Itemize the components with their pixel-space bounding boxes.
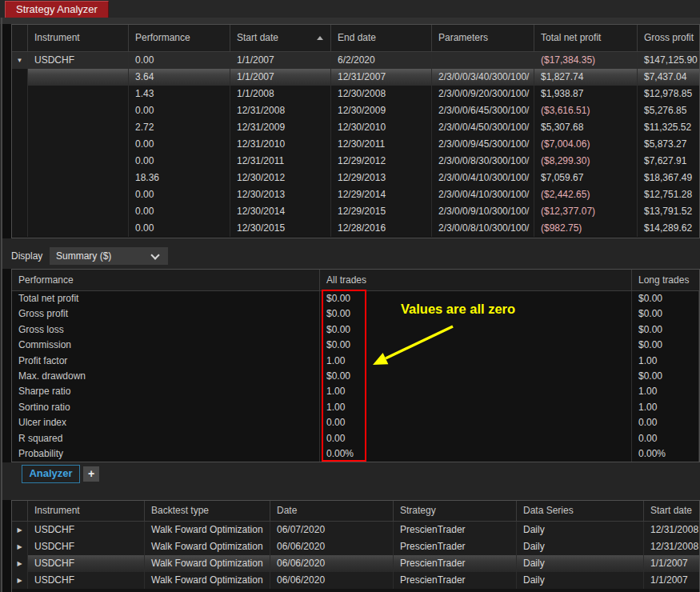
table-row[interactable]: 0.00 12/30/2013 12/29/2014 2/3/0/0/4/10/… xyxy=(12,186,699,203)
summary-row[interactable]: R squared 0.00 0.00 xyxy=(12,431,699,446)
cell-all-trades-value: $0.00 xyxy=(320,322,632,338)
row-expander-icon[interactable] xyxy=(12,203,28,220)
summary-row[interactable]: Gross loss $0.00 $0.00 xyxy=(12,322,699,338)
row-expander-icon[interactable] xyxy=(12,220,28,237)
table-row[interactable]: 2.72 12/31/2009 12/30/2010 2/3/0/0/4/50/… xyxy=(12,119,699,136)
column-header-instrument[interactable]: Instrument xyxy=(28,501,145,521)
row-expander-icon[interactable] xyxy=(12,170,28,186)
row-expander-icon[interactable]: ▶ xyxy=(12,538,28,555)
column-header-strategy[interactable]: Strategy xyxy=(394,501,517,521)
row-expander-icon[interactable] xyxy=(12,186,28,203)
table-row[interactable]: 1.43 1/1/2008 12/30/2008 2/3/0/0/9/20/30… xyxy=(12,86,699,102)
backtests-table: Instrument Backtest type Date Strategy D… xyxy=(11,500,700,592)
row-expander-icon[interactable]: ▶ xyxy=(12,555,28,572)
cell-performance: 1.43 xyxy=(129,86,230,102)
column-header-parameters[interactable]: Parameters xyxy=(432,25,534,51)
cell-gross-profit: $5,873.27 xyxy=(638,136,699,153)
cell-gross-profit: $5,276.85 xyxy=(638,102,699,119)
cell-date: 06/06/2020 xyxy=(270,572,394,589)
table-row[interactable]: 0.00 12/31/2011 12/29/2012 2/3/0/0/8/30/… xyxy=(12,153,699,170)
expander-column-header xyxy=(12,25,28,51)
backtest-row[interactable]: ▶ USDCHF Walk Foward Optimization 06/06/… xyxy=(12,555,699,572)
row-expander-icon[interactable] xyxy=(12,86,28,102)
cell-long-trades-value: 0.00 xyxy=(632,415,699,430)
row-expander-icon[interactable]: ▼ xyxy=(12,52,28,69)
cell-start-date: 12/30/2013 xyxy=(230,186,331,203)
cell-start-date: 12/31/2011 xyxy=(230,153,331,170)
column-header-end-date[interactable]: End date xyxy=(331,25,432,51)
cell-performance: 0.00 xyxy=(129,102,230,119)
window-title-tab[interactable]: Strategy Analyzer xyxy=(5,1,109,18)
column-header-instrument[interactable]: Instrument xyxy=(28,25,129,51)
row-expander-icon[interactable] xyxy=(12,69,28,86)
column-header-total-net-profit[interactable]: Total net profit xyxy=(534,25,638,51)
cell-metric-name: Commission xyxy=(12,338,320,353)
row-expander-icon[interactable]: ▶ xyxy=(12,522,28,538)
table-row[interactable]: 18.36 12/30/2012 12/29/2013 2/3/0/0/4/10… xyxy=(12,170,699,186)
cell-total-net-profit: ($982.75) xyxy=(534,220,638,237)
column-header-long-trades[interactable]: Long trades xyxy=(632,270,699,290)
cell-all-trades-value: $0.00 xyxy=(320,369,632,384)
cell-total-net-profit: ($17,384.35) xyxy=(534,52,638,69)
cell-all-trades-value: 0.00 xyxy=(320,415,632,430)
cell-all-trades-value: 0.00 xyxy=(320,431,632,446)
summary-row[interactable]: Probability 0.00% 0.00% xyxy=(12,446,699,462)
column-header-data-series[interactable]: Data Series xyxy=(517,501,644,521)
backtest-row[interactable]: ▶ USDCHF Walk Foward Optimization 06/06/… xyxy=(12,538,699,555)
summary-row[interactable]: Sharpe ratio 1.00 1.00 xyxy=(12,384,699,399)
window-tab-bar: Strategy Analyzer xyxy=(0,0,700,18)
cell-gross-profit: $11,325.52 xyxy=(638,119,699,136)
cell-performance: 0.00 xyxy=(129,52,230,69)
cell-performance: 0.00 xyxy=(129,220,230,237)
table-row[interactable]: 3.64 1/1/2007 12/31/2007 2/3/0/0/3/40/30… xyxy=(12,69,699,86)
column-header-start-date-label: Start date xyxy=(237,32,278,43)
summary-row[interactable]: Sortino ratio 1.00 1.00 xyxy=(12,400,699,415)
table-row[interactable]: 0.00 12/31/2010 12/30/2011 2/3/0/0/9/45/… xyxy=(12,136,699,153)
column-header-start-date[interactable]: Start date xyxy=(644,501,699,521)
summary-row[interactable]: Profit factor 1.00 1.00 xyxy=(12,354,699,369)
cell-parameters: 2/3/0/0/3/40/300/100/ xyxy=(432,69,534,86)
summary-row[interactable]: Max. drawdown $0.00 $0.00 xyxy=(12,369,699,384)
summary-header-row: Performance All trades Long trades xyxy=(12,270,699,291)
tab-analyzer[interactable]: Analyzer xyxy=(22,465,80,483)
backtest-row[interactable]: ▶ USDCHF Walk Foward Optimization 06/06/… xyxy=(12,572,699,589)
cell-performance: 0.00 xyxy=(129,203,230,220)
cell-long-trades-value: 1.00 xyxy=(632,400,699,415)
column-header-date[interactable]: Date xyxy=(270,501,394,521)
cell-performance: 0.00 xyxy=(129,153,230,170)
row-expander-icon[interactable] xyxy=(12,136,28,153)
table-row[interactable]: ▼ USDCHF 0.00 1/1/2007 6/2/2020 ($17,384… xyxy=(12,52,699,69)
display-dropdown[interactable]: Summary ($) xyxy=(50,247,168,265)
cell-all-trades-value: 0.00% xyxy=(320,446,632,462)
cell-strategy: PrescienTrader xyxy=(394,572,517,589)
summary-row[interactable]: Commission $0.00 $0.00 xyxy=(12,338,699,353)
cell-end-date: 12/28/2016 xyxy=(331,220,432,237)
cell-total-net-profit: ($3,616.51) xyxy=(534,102,638,119)
cell-total-net-profit: $7,059.67 xyxy=(534,170,638,186)
summary-row[interactable]: Ulcer index 0.00 0.00 xyxy=(12,415,699,430)
backtests-header-row: Instrument Backtest type Date Strategy D… xyxy=(12,501,699,522)
column-header-performance-metric[interactable]: Performance xyxy=(12,270,320,290)
cell-total-net-profit: $1,938.87 xyxy=(534,86,638,102)
cell-performance: 0.00 xyxy=(129,186,230,203)
table-row[interactable]: 0.00 12/30/2014 12/29/2015 2/3/0/0/9/10/… xyxy=(12,203,699,220)
column-header-backtest-type[interactable]: Backtest type xyxy=(145,501,270,521)
summary-row[interactable]: Total net profit $0.00 $0.00 xyxy=(12,291,699,306)
summary-row[interactable]: Gross profit $0.00 $0.00 xyxy=(12,306,699,322)
column-header-start-date[interactable]: Start date xyxy=(230,25,331,51)
row-expander-icon[interactable] xyxy=(12,119,28,136)
table-row[interactable]: 0.00 12/30/2015 12/28/2016 2/3/0/0/8/10/… xyxy=(12,220,699,237)
row-expander-icon[interactable] xyxy=(12,102,28,119)
row-expander-icon[interactable]: ▶ xyxy=(12,572,28,589)
cell-instrument: USDCHF xyxy=(28,52,129,69)
cell-parameters xyxy=(432,52,534,69)
cell-metric-name: Probability xyxy=(12,446,320,462)
row-expander-icon[interactable] xyxy=(12,153,28,170)
column-header-gross-profit[interactable]: Gross profit xyxy=(638,25,699,51)
column-header-performance[interactable]: Performance xyxy=(129,25,230,51)
cell-instrument xyxy=(28,69,129,86)
table-row[interactable]: 0.00 12/31/2008 12/30/2009 2/3/0/0/6/45/… xyxy=(12,102,699,119)
add-tab-button[interactable]: + xyxy=(83,466,99,482)
backtest-row[interactable]: ▶ USDCHF Walk Foward Optimization 06/07/… xyxy=(12,522,699,538)
column-header-all-trades[interactable]: All trades xyxy=(320,270,632,290)
